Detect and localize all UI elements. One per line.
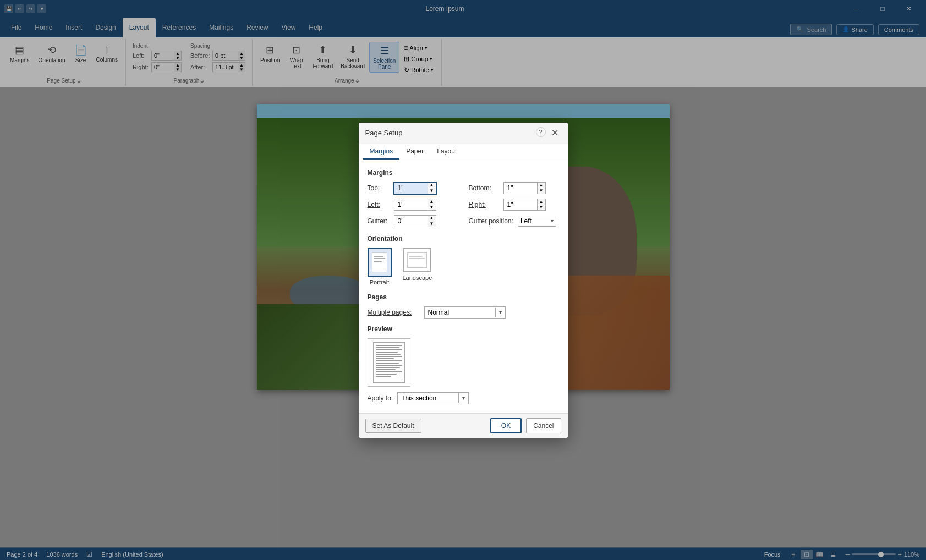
preview-section-title: Preview (368, 325, 559, 333)
right-spin-up[interactable]: ▲ (538, 199, 545, 205)
modal-overlay: Page Setup ? ✕ Margins Paper Layout Marg… (0, 87, 926, 547)
orientation-options: Portrait Landscape (368, 248, 559, 286)
gutter-input[interactable] (394, 216, 428, 227)
dialog-tabs: Margins Paper Layout (359, 144, 568, 160)
dialog-body: Margins Top: ▲ ▼ (359, 160, 568, 413)
gutter-input-wrap: ▲ ▼ (394, 215, 436, 227)
apply-to-wrap: This section This point forward Whole do… (397, 392, 469, 404)
dialog-tab-paper[interactable]: Paper (399, 144, 430, 160)
top-label: Top: (368, 184, 390, 192)
portrait-preview (372, 252, 387, 272)
margins-section: Margins Top: ▲ ▼ (368, 169, 559, 227)
left-input[interactable] (394, 199, 428, 210)
right-input-wrap: ▲ ▼ (503, 199, 546, 211)
dialog-tab-layout[interactable]: Layout (430, 144, 463, 160)
top-input-wrap: ▲ ▼ (394, 182, 436, 194)
gutter-label: Gutter: (368, 217, 390, 225)
pages-section: Pages Multiple pages: Normal Mirror marg… (368, 293, 559, 319)
dialog-title-bar: Page Setup ? ✕ (359, 123, 568, 144)
set-as-default-button[interactable]: Set As Default (365, 419, 421, 433)
multiple-pages-select[interactable]: Normal Mirror margins 2 pages per sheet … (425, 307, 495, 318)
top-input[interactable] (394, 183, 428, 194)
right-label: Right: (469, 201, 499, 208)
bottom-input[interactable] (504, 183, 537, 194)
preview-page (373, 342, 405, 383)
right-spin-down[interactable]: ▼ (538, 205, 545, 210)
dialog-tab-margins[interactable]: Margins (363, 144, 400, 160)
multiple-pages-row: Multiple pages: Normal Mirror margins 2 … (368, 306, 559, 319)
gutter-position-wrap: Left Top ▾ (518, 216, 556, 227)
gutter-spin-down[interactable]: ▼ (428, 221, 436, 227)
landscape-label: Landscape (403, 274, 432, 281)
dialog-title: Page Setup (365, 129, 403, 137)
gutter-position-arrow[interactable]: ▾ (549, 217, 556, 225)
left-input-wrap: ▲ ▼ (394, 199, 436, 211)
page-setup-dialog: Page Setup ? ✕ Margins Paper Layout Marg… (359, 123, 568, 438)
footer-left: Set As Default (365, 419, 490, 433)
cancel-button[interactable]: Cancel (526, 418, 561, 433)
multiple-pages-label: Multiple pages: (368, 309, 420, 316)
multiple-pages-arrow[interactable]: ▾ (495, 308, 505, 317)
top-spin-up[interactable]: ▲ (428, 183, 436, 188)
gutter-position-select[interactable]: Left Top (518, 216, 549, 226)
gutter-position-row: Gutter position: Left Top ▾ (469, 215, 559, 227)
gutter-row: Gutter: ▲ ▼ (368, 215, 458, 227)
document-area: Page Setup ? ✕ Margins Paper Layout Marg… (0, 87, 926, 547)
footer-right: OK Cancel (490, 418, 561, 433)
multiple-pages-wrap: Normal Mirror margins 2 pages per sheet … (424, 306, 506, 319)
gutter-spin-up[interactable]: ▲ (428, 216, 436, 221)
gutter-position-label: Gutter position: (469, 217, 513, 225)
left-spin-down[interactable]: ▼ (428, 205, 436, 210)
bottom-row: Bottom: ▲ ▼ (469, 182, 559, 194)
portrait-icon (368, 248, 392, 277)
preview-section: Preview (368, 325, 559, 387)
ok-button[interactable]: OK (490, 418, 522, 433)
dialog-close-button[interactable]: ✕ (549, 127, 561, 139)
portrait-label: Portrait (370, 279, 389, 286)
landscape-icon (403, 248, 431, 272)
left-row: Left: ▲ ▼ (368, 199, 458, 211)
top-row: Top: ▲ ▼ (368, 182, 458, 194)
dialog-help-button[interactable]: ? (536, 127, 546, 137)
apply-to-row: Apply to: This section This point forwar… (368, 392, 559, 404)
pages-section-title: Pages (368, 293, 559, 301)
bottom-label: Bottom: (469, 184, 499, 192)
landscape-option[interactable]: Landscape (403, 248, 432, 286)
bottom-spin-down[interactable]: ▼ (538, 188, 545, 194)
apply-to-arrow[interactable]: ▾ (458, 393, 468, 403)
right-row: Right: ▲ ▼ (469, 199, 559, 211)
portrait-option[interactable]: Portrait (368, 248, 392, 286)
margins-grid: Top: ▲ ▼ Bottom: (368, 182, 559, 227)
right-input[interactable] (504, 199, 537, 210)
orientation-section: Orientation (368, 235, 559, 286)
margins-section-title: Margins (368, 169, 559, 177)
left-spin-up[interactable]: ▲ (428, 199, 436, 205)
apply-to-label: Apply to: (368, 394, 393, 402)
bottom-input-wrap: ▲ ▼ (503, 182, 546, 194)
top-spin-down[interactable]: ▼ (428, 188, 436, 194)
apply-to-select[interactable]: This section This point forward Whole do… (398, 393, 458, 404)
landscape-preview (407, 252, 427, 268)
dialog-footer: Set As Default OK Cancel (359, 413, 568, 438)
orientation-section-title: Orientation (368, 235, 559, 243)
bottom-spin-up[interactable]: ▲ (538, 183, 545, 188)
preview-box (368, 338, 410, 387)
left-label: Left: (368, 201, 390, 208)
